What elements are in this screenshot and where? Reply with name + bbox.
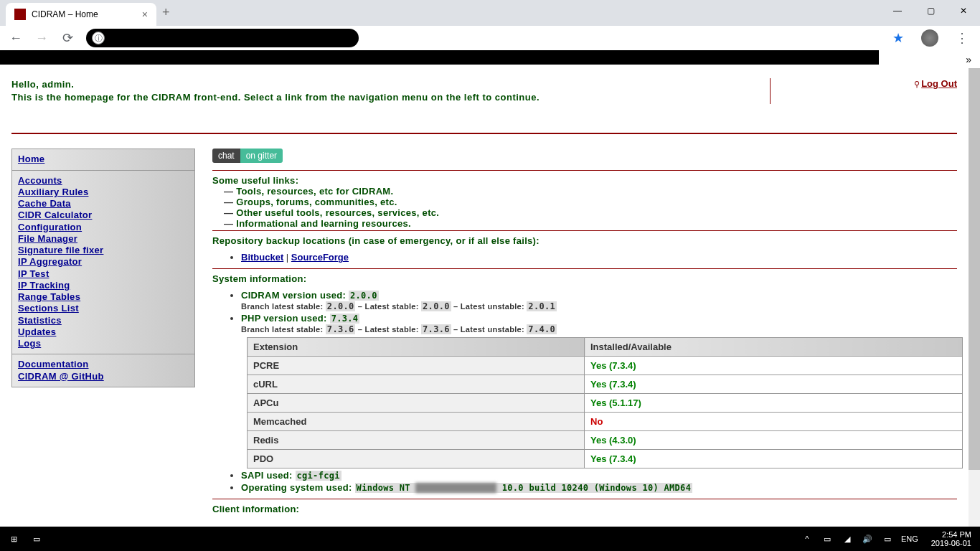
nav-updates[interactable]: Updates <box>18 326 189 338</box>
battery-icon[interactable]: ▭ <box>821 532 834 545</box>
list-item: Bitbucket | SourceForge <box>241 252 957 263</box>
value: 2.0.0 <box>421 301 451 311</box>
nav-cache-data[interactable]: Cache Data <box>18 198 189 209</box>
maximize-button[interactable]: ▢ <box>914 0 947 22</box>
site-info-icon[interactable]: ⓘ <box>92 32 105 44</box>
bookmark-star-icon[interactable]: ★ <box>892 30 904 46</box>
value: 7.3.6 <box>326 324 356 334</box>
reload-button[interactable]: ⟳ <box>57 28 77 48</box>
language-indicator[interactable]: ENG <box>901 534 918 543</box>
divider <box>212 268 957 269</box>
repo-links-list: Bitbucket | SourceForge <box>212 252 957 263</box>
bookmark-overflow-icon[interactable]: » <box>966 54 971 65</box>
window-controls: — ▢ ✕ <box>881 0 980 22</box>
tab-title: CIDRAM – Home <box>32 9 98 19</box>
task-view-icon[interactable]: ▭ <box>30 532 43 545</box>
nav-cidr-calculator[interactable]: CIDR Calculator <box>18 209 189 221</box>
sapi-label: SAPI used: <box>241 470 296 481</box>
separator: | <box>283 252 291 263</box>
table-row: PCREYes (7.3.4) <box>248 357 963 375</box>
minimize-button[interactable]: — <box>881 0 914 22</box>
os-label: Operating system used: <box>241 482 355 493</box>
favicon-icon <box>14 9 26 20</box>
browser-menu-icon[interactable]: ⋮ <box>950 30 974 46</box>
nav-auxiliary-rules[interactable]: Auxiliary Rules <box>18 187 189 198</box>
wifi-icon[interactable]: ◢ <box>841 532 854 545</box>
gitter-chat-badge[interactable]: chat on gitter <box>212 149 283 163</box>
list-item: PHP version used: 7.3.4 Branch latest st… <box>241 313 957 468</box>
extensions-table: Extension Installed/Available PCREYes (7… <box>247 337 963 468</box>
time-text: 2:54 PM <box>931 530 971 539</box>
nav-range-tables[interactable]: Range Tables <box>18 291 189 303</box>
nav-file-manager[interactable]: File Manager <box>18 233 189 245</box>
browser-tab[interactable]: CIDRAM – Home × <box>6 3 156 26</box>
profile-avatar-icon[interactable] <box>921 29 938 47</box>
ext-status: Yes (4.3.0) <box>585 431 963 450</box>
system-info-list: CIDRAM version used: 2.0.0 Branch latest… <box>212 290 957 493</box>
label: Branch latest stable: <box>241 325 326 334</box>
greeting-text: Hello, admin. <box>11 78 755 91</box>
label: Branch latest stable: <box>241 302 326 311</box>
back-button[interactable]: ← <box>6 28 26 48</box>
nav-documentation[interactable]: Documentation <box>18 359 189 370</box>
main-content: chat on gitter Some useful links: Tools,… <box>212 149 957 514</box>
page-viewport: Hello, admin. This is the homepage for t… <box>0 68 969 527</box>
start-button-icon[interactable]: ⊞ <box>7 532 20 545</box>
tab-close-icon[interactable]: × <box>142 9 148 20</box>
client-info-title: Client information: <box>212 504 957 514</box>
list-item: Operating system used: Windows NT XXXXXX… <box>241 482 957 493</box>
forward-button[interactable]: → <box>32 28 52 48</box>
nav-logs[interactable]: Logs <box>18 338 189 349</box>
os-value: Windows NT XXXXXXXXXXXXXXX 10.0 build 10… <box>355 483 693 493</box>
nav-home[interactable]: Home <box>18 154 189 165</box>
logout-link[interactable]: Log Out <box>921 78 957 89</box>
ext-name: Redis <box>248 431 585 450</box>
logout-block: ⚲Log Out <box>771 78 957 104</box>
windows-taskbar: ⊞ ▭ ^ ▭ ◢ 🔊 ▭ ENG 2:54 PM 2019-06-01 <box>0 527 980 551</box>
nav-group-home: Home <box>11 149 195 169</box>
vertical-scrollbar[interactable] <box>969 68 980 527</box>
table-row: RedisYes (4.3.0) <box>248 431 963 450</box>
list-item: CIDRAM version used: 2.0.0 Branch latest… <box>241 290 957 311</box>
bitbucket-link[interactable]: Bitbucket <box>241 252 283 263</box>
list-item: Groups, forums, communities, etc. <box>224 197 957 207</box>
table-row: PDOYes (7.3.4) <box>248 450 963 468</box>
nav-signature-file-fixer[interactable]: Signature file fixer <box>18 245 189 256</box>
value: 7.3.6 <box>421 324 451 334</box>
nav-accounts[interactable]: Accounts <box>18 175 189 187</box>
scrollbar-thumb[interactable] <box>969 68 980 470</box>
tray-chevron-icon[interactable]: ^ <box>801 532 814 545</box>
list-item: Tools, resources, etc for CIDRAM. <box>224 186 957 197</box>
php-version-value: 7.3.4 <box>330 314 360 324</box>
ext-name: Memcached <box>248 413 585 431</box>
sourceforge-link[interactable]: SourceForge <box>291 252 349 263</box>
cidram-version-value: 2.0.0 <box>349 291 379 301</box>
list-item: Informational and learning resources. <box>224 218 957 229</box>
notifications-icon[interactable]: ▭ <box>881 532 894 545</box>
nav-ip-aggregator[interactable]: IP Aggregator <box>18 256 189 268</box>
url-input[interactable]: ⓘ <box>86 29 359 47</box>
nav-github[interactable]: CIDRAM @ GitHub <box>18 371 189 382</box>
date-text: 2019-06-01 <box>931 539 971 547</box>
list-item: SAPI used: cgi-fcgi <box>241 470 957 481</box>
label: – Latest stable: <box>355 325 421 334</box>
greeting-subtext: This is the homepage for the CIDRAM fron… <box>11 91 755 104</box>
volume-icon[interactable]: 🔊 <box>861 532 874 545</box>
new-tab-button[interactable]: + <box>156 0 176 26</box>
nav-configuration[interactable]: Configuration <box>18 222 189 233</box>
ext-status: Yes (5.1.17) <box>585 394 963 413</box>
nav-ip-test[interactable]: IP Test <box>18 268 189 280</box>
table-row: MemcachedNo <box>248 413 963 431</box>
os-redacted: XXXXXXXXXXXXXXX <box>415 483 496 493</box>
nav-sections-list[interactable]: Sections List <box>18 303 189 314</box>
useful-links-title: Some useful links: <box>212 175 957 186</box>
nav-ip-tracking[interactable]: IP Tracking <box>18 280 189 291</box>
cidram-version-label: CIDRAM version used: <box>241 290 349 301</box>
chat-badge-left: chat <box>212 149 240 163</box>
clock[interactable]: 2:54 PM 2019-06-01 <box>925 530 977 547</box>
address-bar: ← → ⟳ ⓘ ★ ⋮ <box>0 26 980 50</box>
close-window-button[interactable]: ✕ <box>947 0 980 22</box>
table-row: cURLYes (7.3.4) <box>248 375 963 394</box>
nav-statistics[interactable]: Statistics <box>18 315 189 326</box>
divider <box>212 170 957 171</box>
